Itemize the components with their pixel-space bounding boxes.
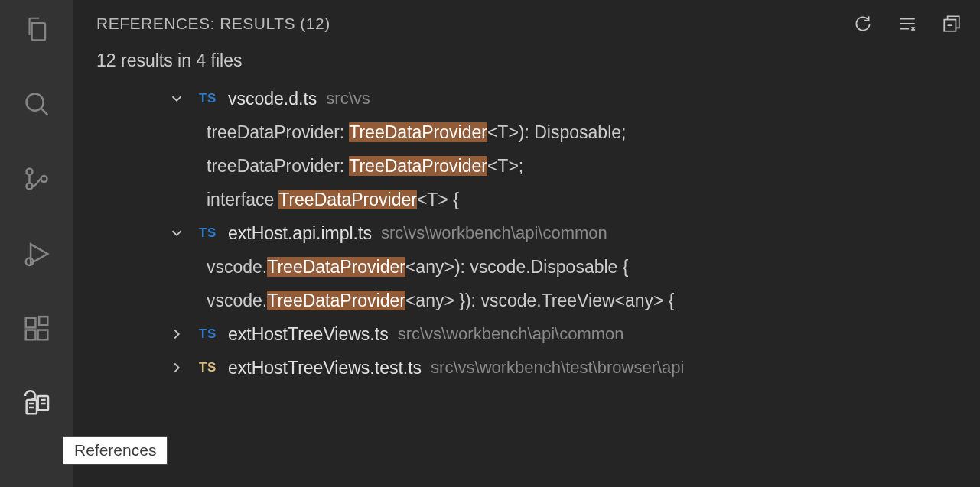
file-name: extHostTreeViews.test.ts	[228, 358, 422, 378]
file-row[interactable]: TSextHostTreeViews.test.tssrc\vs\workben…	[73, 351, 980, 385]
file-name: vscode.d.ts	[228, 89, 317, 109]
svg-point-3	[27, 183, 33, 190]
references-tooltip: References	[63, 436, 168, 465]
reference-code: treeDataProvider: TreeDataProvider<T>): …	[207, 122, 626, 143]
ts-badge: TS	[199, 360, 220, 375]
reference-item[interactable]: treeDataProvider: TreeDataProvider<T>;	[73, 149, 980, 183]
file-name: extHostTreeViews.ts	[228, 324, 389, 345]
svg-rect-9	[38, 330, 48, 340]
chevron-down-icon	[168, 225, 188, 242]
ts-badge: TS	[199, 326, 220, 342]
source-control-icon[interactable]	[18, 161, 55, 197]
reference-item[interactable]: vscode.TreeDataProvider<any> }): vscode.…	[73, 284, 980, 317]
panel-actions	[853, 14, 962, 34]
results-summary: 12 results in 4 files	[73, 47, 980, 82]
file-path: src\vs	[326, 89, 370, 109]
reference-code: vscode.TreeDataProvider<any>): vscode.Di…	[207, 257, 628, 278]
references-icon[interactable]	[18, 385, 55, 422]
file-path: src\vs\workbench\api\common	[381, 223, 607, 243]
chevron-right-icon	[168, 359, 188, 376]
reference-code: treeDataProvider: TreeDataProvider<T>;	[207, 156, 523, 177]
chevron-down-icon	[168, 90, 188, 107]
activity-bar: References	[0, 0, 73, 487]
svg-rect-8	[26, 330, 36, 340]
reference-item[interactable]: vscode.TreeDataProvider<any>): vscode.Di…	[73, 250, 980, 284]
reference-item[interactable]: treeDataProvider: TreeDataProvider<T>): …	[73, 115, 980, 149]
explorer-icon[interactable]	[18, 11, 55, 47]
debug-icon[interactable]	[18, 235, 55, 272]
reference-code: vscode.TreeDataProvider<any> }): vscode.…	[207, 291, 675, 311]
extensions-icon[interactable]	[18, 310, 55, 347]
panel-header: REFERENCES: RESULTS (12)	[73, 0, 980, 47]
file-row[interactable]: TSextHost.api.impl.tssrc\vs\workbench\ap…	[73, 216, 980, 250]
svg-point-2	[27, 169, 33, 175]
clear-icon[interactable]	[897, 14, 917, 34]
file-row[interactable]: TSextHostTreeViews.tssrc\vs\workbench\ap…	[73, 317, 980, 351]
file-path: src\vs\workbench\test\browser\api	[431, 358, 684, 378]
refresh-icon[interactable]	[853, 14, 873, 34]
results-tree: TSvscode.d.tssrc\vstreeDataProvider: Tre…	[73, 82, 980, 385]
chevron-right-icon	[168, 326, 188, 343]
reference-item[interactable]: interface TreeDataProvider<T> {	[73, 183, 980, 216]
svg-point-0	[27, 94, 44, 111]
ts-badge: TS	[199, 226, 220, 241]
file-name: extHost.api.impl.ts	[228, 223, 372, 244]
panel-title: REFERENCES: RESULTS (12)	[96, 15, 330, 33]
svg-rect-10	[39, 317, 47, 325]
file-row[interactable]: TSvscode.d.tssrc\vs	[73, 82, 980, 115]
svg-rect-7	[26, 318, 36, 328]
reference-code: interface TreeDataProvider<T> {	[207, 190, 459, 210]
search-icon[interactable]	[18, 86, 55, 122]
references-panel: REFERENCES: RESULTS (12)	[73, 0, 980, 487]
collapse-all-icon[interactable]	[942, 14, 962, 34]
svg-point-4	[41, 176, 47, 182]
ts-badge: TS	[199, 91, 220, 106]
file-path: src\vs\workbench\api\common	[398, 324, 624, 344]
svg-line-1	[41, 109, 48, 115]
